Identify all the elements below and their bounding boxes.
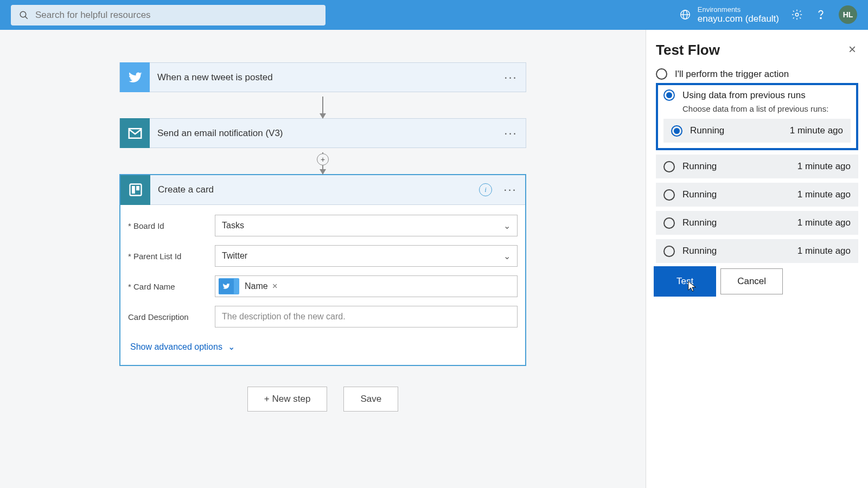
chevron-down-icon: ⌄ <box>503 221 510 231</box>
option-previous-runs[interactable]: Using data from previous runs <box>663 89 851 101</box>
token-label: Name <box>245 281 268 291</box>
step-title: Send an email notification (V3) <box>150 128 496 139</box>
step-menu-button[interactable]: ··· <box>496 70 526 85</box>
svg-rect-8 <box>130 184 141 196</box>
run-item[interactable]: Running 1 minute ago <box>656 183 858 207</box>
environment-icon <box>679 9 691 21</box>
env-value: enayu.com (default) <box>698 14 779 24</box>
help-button[interactable] <box>815 9 827 21</box>
card-header[interactable]: Create a card i ··· <box>120 175 525 205</box>
connector <box>119 92 526 118</box>
panel-title: Test Flow <box>656 42 858 59</box>
close-button[interactable]: × <box>848 42 856 57</box>
option-label: I'll perform the trigger action <box>675 69 789 80</box>
settings-button[interactable] <box>791 9 803 21</box>
info-icon[interactable]: i <box>479 183 492 196</box>
option-label: Using data from previous runs <box>682 90 806 101</box>
option-perform-trigger[interactable]: I'll perform the trigger action <box>656 68 858 80</box>
run-item[interactable]: Running 1 minute ago <box>656 239 858 263</box>
mail-icon <box>120 118 150 148</box>
card-desc-input[interactable]: The description of the new card. <box>215 306 518 328</box>
cancel-button[interactable]: Cancel <box>720 268 783 294</box>
search-icon <box>19 10 29 20</box>
search-box[interactable] <box>11 5 326 25</box>
parent-list-value: Twitter <box>222 251 247 261</box>
run-time: 1 minute ago <box>797 217 851 228</box>
header-right: Environments enayu.com (default) HL <box>679 5 857 25</box>
test-flow-panel: Test Flow × I'll perform the trigger act… <box>646 30 868 488</box>
run-status: Running <box>690 125 724 136</box>
highlighted-section: Using data from previous runs Choose dat… <box>656 83 858 150</box>
svg-line-1 <box>25 16 28 19</box>
environment-picker[interactable]: Environments enayu.com (default) <box>679 5 779 25</box>
svg-point-6 <box>820 18 821 19</box>
run-item[interactable]: Running 1 minute ago <box>663 119 851 143</box>
run-time: 1 minute ago <box>797 189 851 200</box>
radio-icon <box>663 246 675 257</box>
run-item[interactable]: Running 1 minute ago <box>656 155 858 178</box>
show-advanced-toggle[interactable]: Show advanced options ⌄ <box>128 336 518 359</box>
action-step-email[interactable]: Send an email notification (V3) ··· <box>119 118 526 148</box>
new-step-button[interactable]: + New step <box>247 387 328 412</box>
svg-rect-10 <box>136 186 139 190</box>
twitter-icon <box>120 62 150 92</box>
run-time: 1 minute ago <box>790 125 843 136</box>
board-id-select[interactable]: Tasks ⌄ <box>215 215 518 236</box>
help-icon <box>815 9 827 21</box>
card-name-label: * Card Name <box>128 282 215 291</box>
step-menu-button[interactable]: ··· <box>495 183 525 197</box>
app-header: Environments enayu.com (default) HL <box>0 0 868 30</box>
remove-token-button[interactable]: × <box>272 281 278 292</box>
radio-icon <box>663 89 675 101</box>
run-time: 1 minute ago <box>797 246 851 256</box>
step-title: When a new tweet is posted <box>150 72 496 83</box>
action-step-trello: Create a card i ··· * Board Id Tasks ⌄ *… <box>119 174 526 366</box>
radio-icon <box>663 217 675 229</box>
svg-rect-9 <box>132 186 135 194</box>
add-step-icon[interactable]: + <box>317 153 329 165</box>
dynamic-token[interactable] <box>219 278 239 294</box>
avatar[interactable]: HL <box>839 5 857 24</box>
trello-icon <box>120 175 150 205</box>
parent-list-label: * Parent List Id <box>128 252 215 261</box>
flow-canvas: When a new tweet is posted ··· Send an e… <box>0 30 646 488</box>
run-status: Running <box>682 189 717 200</box>
test-button[interactable]: Test <box>656 268 714 294</box>
radio-icon <box>663 189 675 201</box>
save-button[interactable]: Save <box>343 387 398 412</box>
svg-point-0 <box>20 11 26 17</box>
chevron-down-icon: ⌄ <box>228 342 235 352</box>
env-label: Environments <box>698 5 779 14</box>
gear-icon <box>791 9 803 21</box>
board-id-label: * Board Id <box>128 221 215 230</box>
chevron-down-icon: ⌄ <box>503 251 510 261</box>
trigger-step[interactable]: When a new tweet is posted ··· <box>119 62 526 92</box>
run-status: Running <box>682 246 717 256</box>
search-input[interactable] <box>35 10 317 21</box>
svg-point-5 <box>795 14 799 17</box>
parent-list-select[interactable]: Twitter ⌄ <box>215 245 518 267</box>
twitter-icon <box>219 279 234 294</box>
connector-plus: + <box>119 148 526 174</box>
run-time: 1 minute ago <box>797 161 851 172</box>
card-desc-label: Card Description <box>128 312 215 322</box>
card-name-input[interactable]: Name × <box>215 275 518 297</box>
board-id-value: Tasks <box>222 221 244 230</box>
step-menu-button[interactable]: ··· <box>496 126 526 140</box>
card-desc-placeholder: The description of the new card. <box>222 312 346 322</box>
canvas-footer: + New step Save <box>119 387 526 412</box>
run-item[interactable]: Running 1 minute ago <box>656 211 858 235</box>
run-status: Running <box>682 217 717 228</box>
radio-icon <box>656 68 667 80</box>
step-title: Create a card <box>150 184 479 195</box>
radio-icon <box>671 125 682 137</box>
radio-icon <box>663 161 675 172</box>
advanced-label: Show advanced options <box>130 342 222 352</box>
run-status: Running <box>682 161 717 172</box>
option-subtext: Choose data from a list of previous runs… <box>682 104 851 113</box>
